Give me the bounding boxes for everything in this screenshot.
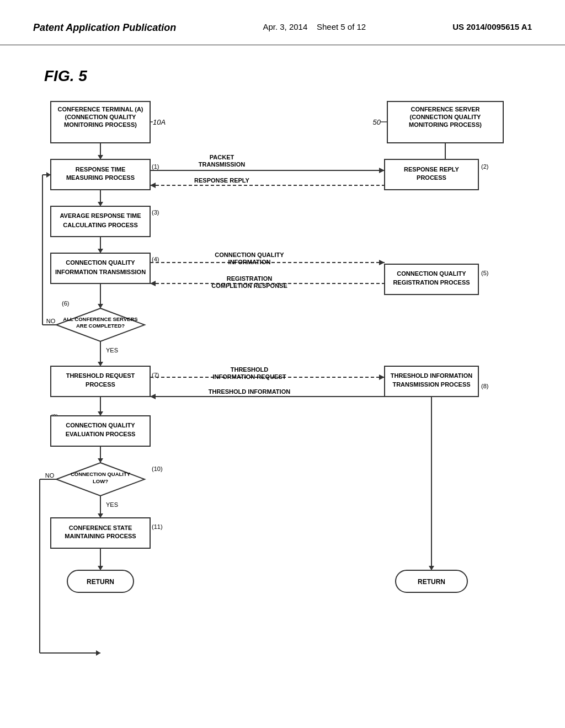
svg-text:REGISTRATION: REGISTRATION (227, 275, 272, 282)
svg-text:(10): (10) (152, 465, 163, 472)
header-center: Apr. 3, 2014 Sheet 5 of 12 (263, 22, 366, 31)
svg-text:ARE COMPLETED?: ARE COMPLETED? (76, 323, 125, 329)
svg-marker-38 (98, 249, 103, 253)
svg-marker-103 (98, 513, 103, 518)
svg-marker-86 (98, 411, 103, 416)
svg-text:RESPONSE REPLY: RESPONSE REPLY (404, 166, 460, 173)
svg-marker-100 (96, 650, 100, 656)
svg-text:THRESHOLD REQUEST: THRESHOLD REQUEST (66, 372, 135, 379)
diagram-svg: CONFERENCE TERMINAL (A) (CONNECTION QUAL… (34, 96, 531, 703)
svg-text:(2): (2) (481, 163, 488, 170)
svg-text:CONNECTION QUALITY: CONNECTION QUALITY (66, 259, 135, 266)
svg-text:TRANSMISSION PROCESS: TRANSMISSION PROCESS (392, 381, 470, 388)
header-right: US 2014/0095615 A1 (452, 22, 532, 31)
svg-text:MAINTAINING PROCESS: MAINTAINING PROCESS (65, 533, 136, 539)
svg-text:NO: NO (46, 318, 56, 324)
diagram-container: CONFERENCE TERMINAL (A) (CONNECTION QUAL… (34, 96, 531, 703)
svg-marker-109 (98, 566, 103, 570)
svg-text:PACKET: PACKET (210, 154, 234, 160)
svg-text:CONNECTION QUALITY: CONNECTION QUALITY (71, 471, 131, 477)
svg-marker-82 (150, 394, 156, 399)
svg-marker-13 (98, 155, 103, 159)
svg-text:(5): (5) (481, 270, 488, 276)
fig-label: FIG. 5 (44, 67, 565, 85)
svg-text:(11): (11) (152, 523, 163, 530)
svg-text:THRESHOLD INFORMATION: THRESHOLD INFORMATION (209, 388, 290, 395)
svg-marker-91 (98, 458, 103, 463)
svg-text:NO: NO (45, 472, 55, 479)
svg-text:MONITORING PROCESS): MONITORING PROCESS) (409, 121, 482, 128)
svg-text:50: 50 (373, 118, 381, 126)
svg-text:(4): (4) (152, 256, 159, 263)
svg-text:INFORMATION: INFORMATION (228, 259, 271, 265)
svg-text:MONITORING PROCESS): MONITORING PROCESS) (64, 121, 137, 128)
svg-text:RETURN: RETURN (418, 578, 445, 586)
svg-text:EVALUATION PROCESS: EVALUATION PROCESS (66, 431, 136, 437)
svg-text:RETURN: RETURN (87, 578, 114, 586)
svg-text:(6): (6) (62, 300, 69, 307)
svg-text:AVERAGE RESPONSE TIME: AVERAGE RESPONSE TIME (60, 212, 141, 219)
svg-marker-65 (46, 172, 51, 178)
svg-text:INFORMATION REQUEST: INFORMATION REQUEST (212, 373, 286, 380)
svg-marker-44 (379, 260, 385, 265)
svg-text:(1): (1) (152, 163, 159, 170)
svg-text:CONFERENCE STATE: CONFERENCE STATE (69, 524, 132, 531)
svg-text:CALCULATING PROCESS: CALCULATING PROCESS (63, 222, 137, 228)
svg-marker-32 (98, 202, 103, 206)
svg-text:CONFERENCE SERVER: CONFERENCE SERVER (411, 106, 479, 113)
svg-text:PROCESS: PROCESS (86, 381, 115, 388)
svg-marker-29 (150, 183, 156, 188)
svg-text:YES: YES (106, 347, 118, 354)
svg-text:PROCESS: PROCESS (417, 174, 446, 181)
svg-text:RESPONSE TIME: RESPONSE TIME (76, 166, 125, 173)
svg-text:ALL CONFERENCE SERVERS: ALL CONFERENCE SERVERS (63, 316, 137, 322)
svg-text:RESPONSE REPLY: RESPONSE REPLY (194, 177, 250, 184)
header-date: Apr. 3, 2014 (263, 22, 307, 31)
svg-marker-74 (379, 374, 385, 380)
svg-text:CONFERENCE TERMINAL (A): CONFERENCE TERMINAL (A) (57, 106, 143, 113)
svg-text:INFORMATION TRANSMISSION: INFORMATION TRANSMISSION (55, 269, 146, 275)
svg-marker-113 (429, 566, 434, 570)
svg-text:(CONNECTION QUALITY: (CONNECTION QUALITY (410, 114, 482, 120)
svg-marker-56 (98, 304, 103, 308)
svg-marker-23 (379, 168, 385, 173)
svg-text:10A: 10A (153, 118, 166, 126)
page-header: Patent Application Publication Apr. 3, 2… (0, 0, 565, 45)
svg-marker-68 (98, 362, 103, 366)
svg-text:(3): (3) (152, 209, 159, 216)
header-sheet: Sheet 5 of 12 (317, 22, 366, 31)
svg-text:REGISTRATION PROCESS: REGISTRATION PROCESS (393, 279, 470, 286)
svg-text:MEASURING PROCESS: MEASURING PROCESS (66, 174, 135, 181)
svg-text:(CONNECTION QUALITY: (CONNECTION QUALITY (65, 114, 137, 120)
svg-text:(8): (8) (481, 383, 488, 389)
svg-text:CONNECTION QUALITY: CONNECTION QUALITY (215, 251, 284, 258)
svg-text:THRESHOLD INFORMATION: THRESHOLD INFORMATION (391, 372, 472, 379)
svg-text:YES: YES (106, 501, 118, 508)
svg-text:LOW?: LOW? (93, 478, 108, 484)
svg-marker-52 (150, 281, 156, 286)
svg-text:TRANSMISSION: TRANSMISSION (199, 161, 245, 168)
header-left: Patent Application Publication (33, 22, 176, 34)
svg-text:CONNECTION QUALITY: CONNECTION QUALITY (397, 270, 466, 277)
svg-text:CONNECTION QUALITY: CONNECTION QUALITY (66, 422, 135, 429)
svg-text:COMPLETION RESPONSE: COMPLETION RESPONSE (211, 282, 287, 289)
svg-text:THRESHOLD: THRESHOLD (231, 366, 269, 373)
